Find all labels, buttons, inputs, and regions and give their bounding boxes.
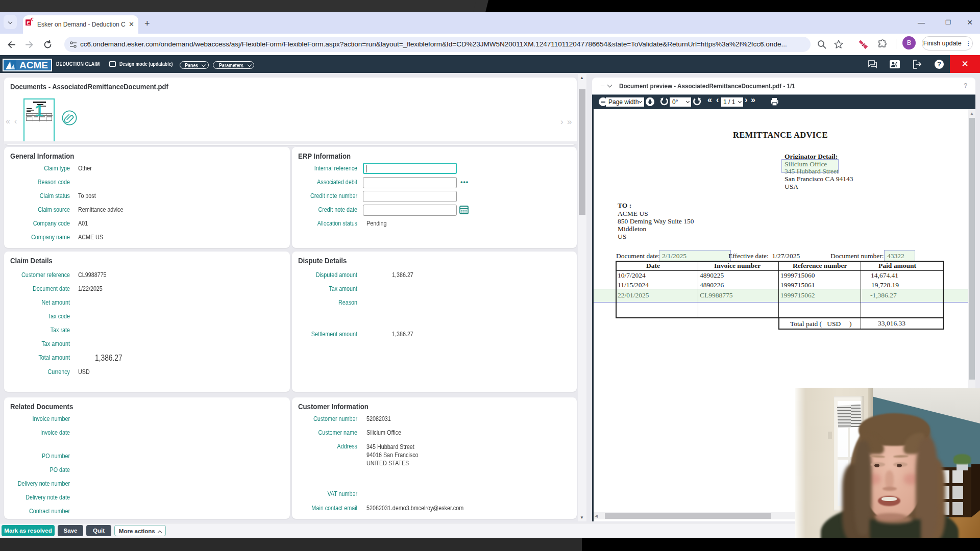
svg-text:E: E — [27, 20, 30, 26]
